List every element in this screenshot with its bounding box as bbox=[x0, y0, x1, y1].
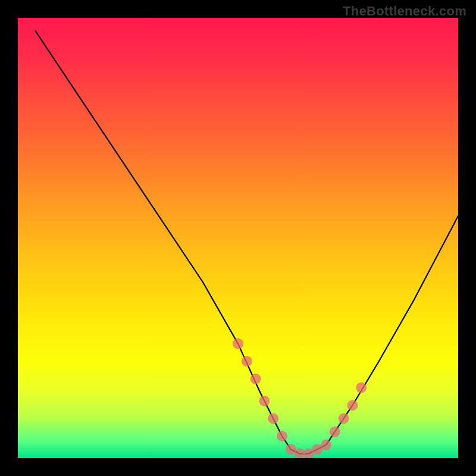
svg-point-3 bbox=[259, 396, 270, 406]
chart-svg bbox=[18, 18, 458, 458]
svg-point-7 bbox=[295, 449, 305, 458]
watermark-text: TheBottleneck.com bbox=[343, 4, 466, 19]
svg-point-11 bbox=[330, 427, 340, 437]
svg-point-0 bbox=[233, 339, 243, 349]
curve-markers bbox=[233, 339, 367, 458]
svg-point-14 bbox=[356, 383, 367, 393]
svg-point-6 bbox=[286, 444, 296, 455]
curve-line bbox=[36, 31, 458, 453]
svg-point-5 bbox=[277, 431, 287, 441]
svg-point-9 bbox=[312, 444, 322, 455]
svg-point-10 bbox=[321, 440, 331, 450]
svg-point-12 bbox=[339, 413, 349, 424]
chart-container: TheBottleneck.com bbox=[0, 0, 476, 476]
svg-point-8 bbox=[303, 449, 314, 458]
plot-area bbox=[18, 18, 458, 458]
svg-point-13 bbox=[347, 400, 358, 411]
svg-point-4 bbox=[268, 413, 278, 424]
svg-point-2 bbox=[250, 374, 261, 384]
svg-point-1 bbox=[242, 356, 252, 367]
